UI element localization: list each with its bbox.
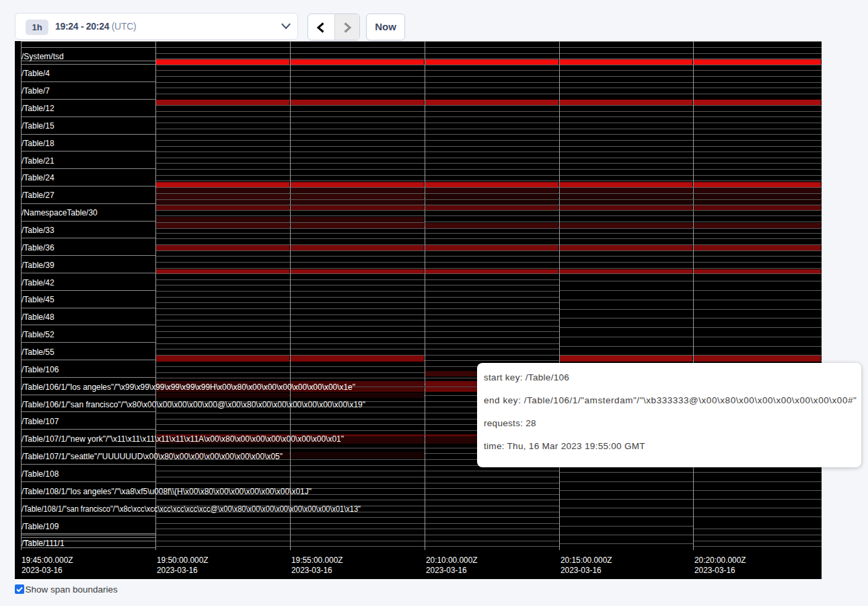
svg-text:/Table/107: /Table/107 — [22, 417, 59, 426]
svg-text:/Table/107/1/"new york"/"\x11\: /Table/107/1/"new york"/"\x11\x11\x11\x1… — [22, 434, 344, 444]
svg-text:/Table/4: /Table/4 — [22, 69, 50, 78]
svg-text:/Table/18: /Table/18 — [22, 139, 55, 148]
svg-text:2023-03-16: 2023-03-16 — [291, 565, 332, 575]
svg-text:20:15:00.000Z: 20:15:00.000Z — [560, 555, 612, 565]
svg-text:20:20:00.000Z: 20:20:00.000Z — [694, 555, 746, 565]
svg-text:/System/tsd: /System/tsd — [22, 52, 64, 61]
svg-text:2023-03-16: 2023-03-16 — [157, 565, 198, 575]
svg-text:20:10:00.000Z: 20:10:00.000Z — [426, 555, 478, 565]
svg-text:/Table/106/1/"san francisco"/": /Table/106/1/"san francisco"/"\x80\x00\x… — [22, 400, 365, 409]
svg-text:/Table/42: /Table/42 — [22, 278, 55, 288]
svg-text:19:45:00.000Z: 19:45:00.000Z — [22, 555, 73, 565]
svg-text:/NamespaceTable/30: /NamespaceTable/30 — [22, 208, 98, 217]
svg-text:/Table/7: /Table/7 — [22, 86, 50, 96]
svg-text:19:50:00.000Z: 19:50:00.000Z — [157, 555, 209, 565]
svg-text:2023-03-16: 2023-03-16 — [694, 565, 735, 575]
svg-text:/Table/33: /Table/33 — [22, 226, 55, 235]
svg-text:/Table/108: /Table/108 — [22, 469, 59, 479]
svg-text:19:55:00.000Z: 19:55:00.000Z — [291, 555, 343, 565]
svg-text:/Table/108/1/"san francisco"/": /Table/108/1/"san francisco"/"\x8c\xcc\x… — [22, 504, 361, 514]
svg-text:/Table/36: /Table/36 — [22, 243, 55, 252]
svg-text:/Table/106: /Table/106 — [22, 365, 59, 374]
svg-text:2023-03-16: 2023-03-16 — [22, 565, 63, 575]
svg-text:/Table/107/1/"seattle"/"UUUUUU: /Table/107/1/"seattle"/"UUUUUUD\x00\x80\… — [22, 452, 283, 461]
svg-text:/Table/12: /Table/12 — [22, 104, 55, 113]
svg-text:/Table/45: /Table/45 — [22, 295, 55, 304]
svg-text:/Table/39: /Table/39 — [22, 261, 55, 270]
svg-text:/Table/15: /Table/15 — [22, 121, 55, 131]
svg-text:/Table/24: /Table/24 — [22, 173, 55, 182]
svg-text:2023-03-16: 2023-03-16 — [560, 565, 602, 575]
svg-text:/Table/52: /Table/52 — [22, 330, 55, 339]
svg-text:/Table/109: /Table/109 — [22, 522, 59, 531]
svg-text:/Table/55: /Table/55 — [22, 347, 55, 357]
svg-text:/Table/48: /Table/48 — [22, 312, 55, 322]
svg-text:/Table/111/1: /Table/111/1 — [22, 539, 65, 548]
svg-text:/Table/106/1/"los angeles"/"\x: /Table/106/1/"los angeles"/"\x99\x99\x99… — [22, 382, 355, 392]
svg-text:/Table/108/1/"los angeles"/"\x: /Table/108/1/"los angeles"/"\xa8\xf5\u00… — [22, 487, 312, 496]
svg-text:/Table/27: /Table/27 — [22, 191, 55, 200]
svg-text:2023-03-16: 2023-03-16 — [426, 565, 467, 575]
svg-text:/Table/21: /Table/21 — [22, 156, 55, 166]
